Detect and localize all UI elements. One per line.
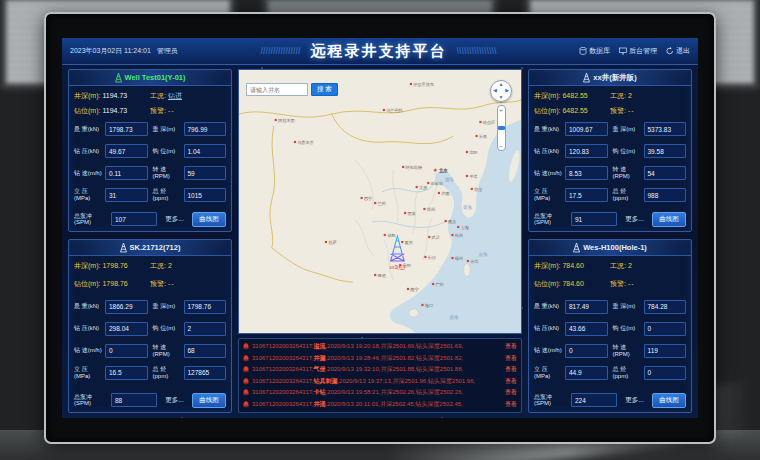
alarm-view-link[interactable]: 查看 (505, 400, 517, 409)
svg-text:长春: 长春 (479, 134, 487, 139)
pan-down-icon[interactable]: ▼ (499, 95, 504, 100)
svg-text:★: ★ (433, 167, 438, 173)
pan-compass[interactable]: ▲ ▼ ◀ ▶ (490, 80, 512, 102)
map-search-bar: 搜 索 (246, 83, 338, 96)
svg-text:武汉: 武汉 (432, 235, 441, 240)
tvd-label: 垂 深(m) (613, 126, 642, 133)
condition-value[interactable]: 2 (168, 262, 172, 269)
more-link[interactable]: 更多... (620, 215, 649, 224)
hookpos-label: 钩 位(m) (613, 325, 642, 332)
deco-hatch-left: //////////////// (260, 46, 300, 56)
zoom-slider[interactable]: + − (497, 105, 506, 151)
curve-chart-button[interactable]: 曲线图 (652, 212, 686, 227)
admin-button[interactable]: 后台管理 (619, 46, 657, 56)
pump-spm-label: 总泵冲(SPM) (534, 394, 568, 408)
alarm-row[interactable]: 31067120200326431T,钻具刺漏,2020/9/13 19:37:… (243, 377, 517, 386)
zoom-out-icon[interactable]: − (499, 143, 503, 149)
wob-value: 49.67 (105, 144, 148, 158)
monitor-icon (619, 47, 627, 55)
alarm-view-link[interactable]: 查看 (505, 342, 517, 351)
derrick-icon (120, 243, 127, 253)
zoom-slider-handle[interactable] (498, 126, 505, 130)
total-gas-label: 总 烃(ppm) (153, 366, 182, 380)
bit-depth-value: 1194.73 (102, 107, 127, 114)
rpm-label: 转 速(RPM) (153, 166, 182, 180)
tvd-value: 1798.76 (184, 300, 227, 314)
china-map[interactable]: 渤海黄海东海南海 乌兰巴托伊尔库茨克阿拉木图乌鲁木齐哈尔滨长春沈阳呼和浩特石家庄… (238, 69, 522, 334)
svg-text:成都: 成都 (387, 233, 395, 238)
spp-label: 立 压(MPa) (74, 188, 103, 202)
pump-spm-value: 224 (571, 393, 617, 407)
pan-left-icon[interactable]: ◀ (493, 88, 497, 93)
city-marker: 伊尔库茨克 (410, 82, 435, 87)
more-link[interactable]: 更多... (160, 215, 189, 224)
alarm-row[interactable]: 31067120200326431T,气侵,2020/9/13 19:32:10… (243, 365, 517, 374)
svg-text:昆明: 昆明 (377, 273, 385, 278)
rop-value: 0 (565, 344, 608, 358)
pan-up-icon[interactable]: ▲ (499, 82, 504, 87)
warning-value: -- (168, 107, 175, 114)
logout-button[interactable]: 退出 (666, 46, 690, 56)
svg-text:杭州: 杭州 (455, 233, 463, 238)
more-link[interactable]: 更多... (160, 396, 189, 405)
alarm-view-link[interactable]: 查看 (505, 377, 517, 386)
hookpos-value: 2 (184, 322, 227, 336)
rop-value: 0 (105, 344, 148, 358)
warning-label: 预警: (610, 280, 626, 287)
condition-value[interactable]: 钻进 (168, 92, 182, 99)
hookload-label: 悬 重(kN) (74, 303, 103, 310)
curve-chart-button[interactable]: 曲线图 (192, 212, 226, 227)
well-panel-title: xx井(新井版) (529, 70, 691, 86)
total-gas-value: 1015 (184, 188, 227, 202)
alarm-row[interactable]: 31067120200326431T,溢流,2020/9/13 19:20:18… (243, 342, 517, 351)
svg-text:郑州: 郑州 (427, 207, 435, 212)
hookload-value: 817.49 (565, 300, 608, 314)
alarm-view-link[interactable]: 查看 (505, 365, 517, 374)
spp-value: 17.5 (565, 188, 608, 202)
curve-chart-button[interactable]: 曲线图 (652, 393, 686, 408)
svg-text:太原: 太原 (419, 185, 427, 190)
rpm-label: 转 速(RPM) (613, 166, 642, 180)
svg-text:石家庄: 石家庄 (431, 181, 444, 186)
svg-text:南京: 南京 (448, 219, 457, 224)
spp-label: 立 压(MPa) (74, 366, 103, 380)
bit-depth-value: 784.60 (562, 280, 583, 287)
condition-value[interactable]: 2 (628, 92, 632, 99)
hookpos-value: 39.58 (644, 144, 687, 158)
more-link[interactable]: 更多... (620, 396, 649, 405)
alarm-type: 气侵 (313, 366, 325, 372)
svg-text:平壤: 平壤 (469, 174, 478, 179)
depth-value: 1194.73 (102, 92, 127, 99)
well-panel-sk21712: SK.21712(712) 井深(m):1798.76 工况:2 钻位(m):1… (68, 239, 232, 413)
pan-right-icon[interactable]: ▶ (505, 88, 509, 93)
well-search-input[interactable] (246, 83, 308, 96)
zoom-in-icon[interactable]: + (499, 107, 503, 113)
total-gas-label: 总 烃(ppm) (153, 188, 182, 202)
alarm-view-link[interactable]: 查看 (505, 354, 517, 363)
svg-text:沈阳: 沈阳 (469, 150, 477, 155)
alarm-row[interactable]: 31067120200326431T,卡钻,2020/9/13 19:58:21… (243, 388, 517, 397)
condition-value[interactable]: 2 (628, 262, 632, 269)
alarm-type: 井漏 (313, 355, 325, 361)
alarm-type: 溢流 (313, 343, 325, 349)
pump-spm-label: 总泵冲(SPM) (74, 394, 108, 408)
taiwan-island (464, 264, 471, 277)
well-panel-title: Wes-H100(Hole-1) (529, 240, 691, 256)
database-button[interactable]: 数据库 (579, 46, 610, 56)
tvd-value: 5373.83 (644, 122, 687, 136)
alarm-bell-icon (243, 378, 249, 385)
depth-label: 井深(m): (534, 92, 560, 99)
alarm-view-link[interactable]: 查看 (505, 388, 517, 397)
left-well-column: Well Test01(Y-01) 井深(m):1194.73 工况:钻进 钻位… (68, 69, 232, 413)
city-marker: 石家庄 (427, 181, 444, 186)
search-button[interactable]: 搜 索 (311, 83, 338, 96)
curve-chart-button[interactable]: 曲线图 (192, 393, 226, 408)
dashboard-screen: 2023年03月02日 11:24:01 管理员 ///////////////… (62, 38, 698, 418)
hainan-island (409, 309, 419, 317)
total-gas-value: 127865 (184, 366, 227, 380)
alarm-row[interactable]: 31067120200326431T,井漏,2020/9/13 19:28:46… (243, 354, 517, 363)
alarm-row[interactable]: 31067120200326431T,井涌,2020/9/13 20:11:01… (243, 400, 517, 409)
rop-label: 钻 速(m/h) (534, 170, 563, 177)
derrick-icon (573, 243, 580, 253)
bit-depth-label: 钻位(m): (74, 280, 100, 287)
